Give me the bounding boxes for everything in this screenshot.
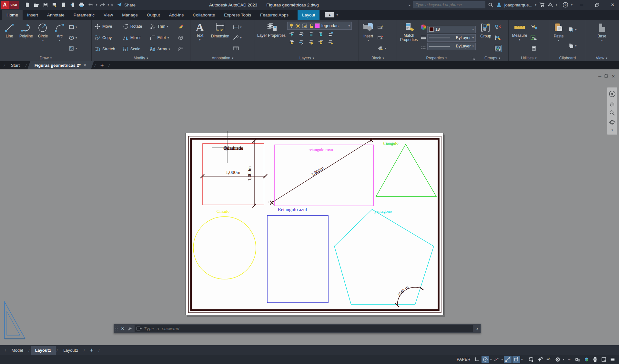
command-line-bar[interactable]: ✕ ▲ bbox=[114, 324, 481, 333]
tab-layout1[interactable]: Layout1 bbox=[31, 346, 56, 355]
magenta-rectangle-shape[interactable] bbox=[274, 145, 373, 206]
ungroup-tool[interactable] bbox=[495, 24, 502, 31]
linear-dimension-tool[interactable]: ▾ bbox=[233, 24, 242, 31]
array-dropdown[interactable]: ▾ bbox=[168, 48, 170, 50]
layer-freeze-icon[interactable] bbox=[308, 31, 314, 37]
array-tool[interactable]: Array▾ bbox=[148, 43, 175, 55]
tab-add-ins[interactable]: Add-ins bbox=[164, 10, 188, 20]
circle-shape[interactable] bbox=[193, 217, 256, 279]
layer-on-icon[interactable] bbox=[289, 39, 295, 45]
tab-collaborate[interactable]: Collaborate bbox=[188, 10, 219, 20]
autocad-logo[interactable]: A CAD bbox=[1, 1, 19, 9]
trim-dropdown[interactable]: ▾ bbox=[167, 25, 168, 28]
file-tab-start[interactable]: Start bbox=[6, 61, 25, 69]
pentagon-angle-dim-label[interactable]: 108° m bbox=[396, 285, 410, 297]
customize-qat-dropdown[interactable]: ≂ bbox=[110, 4, 113, 6]
panel-properties-footer[interactable]: Properties▾ bbox=[397, 55, 476, 61]
viewport-restore-icon[interactable] bbox=[604, 74, 608, 79]
search-icon[interactable] bbox=[488, 2, 493, 8]
line-tool[interactable]: Line bbox=[1, 21, 17, 55]
panel-groups-footer[interactable]: Groups▾ bbox=[476, 55, 508, 61]
save-to-web-button[interactable] bbox=[69, 1, 76, 9]
viewport-minimize-icon[interactable]: ─ bbox=[598, 74, 601, 79]
square-label[interactable]: Quadrado bbox=[223, 146, 243, 151]
search-box[interactable] bbox=[413, 1, 485, 8]
panel-block-footer[interactable]: Block▾ bbox=[359, 55, 397, 61]
define-attributes-tool[interactable]: ▾ bbox=[377, 45, 386, 52]
selection-cycling-toggle[interactable] bbox=[528, 356, 535, 363]
paste-tool[interactable]: Paste ▾ bbox=[551, 21, 567, 55]
paste-dropdown[interactable]: ▾ bbox=[558, 39, 560, 42]
drawing-area[interactable]: ─ ✕ ▾ Quadrado 1,000m bbox=[0, 69, 619, 345]
pentagon-label[interactable]: pentagono bbox=[374, 209, 392, 214]
layer-isolate-icon[interactable] bbox=[298, 31, 305, 37]
layer-properties-tool[interactable]: Layer Properties bbox=[256, 21, 287, 55]
define-attributes-dropdown[interactable]: ▾ bbox=[385, 47, 386, 50]
object-snap-toggle[interactable] bbox=[512, 356, 520, 363]
save-button[interactable] bbox=[42, 1, 49, 9]
layer-unlock-row-icon[interactable] bbox=[318, 39, 324, 45]
layer-match-icon[interactable] bbox=[298, 39, 305, 45]
open-from-web-button[interactable] bbox=[60, 1, 67, 9]
polar-tracking-toggle[interactable] bbox=[482, 356, 489, 363]
ellipse-dropdown[interactable]: ▾ bbox=[76, 36, 77, 39]
copy-clip-dropdown[interactable]: ▾ bbox=[575, 45, 577, 47]
zoom-icon[interactable] bbox=[609, 110, 615, 116]
rotate-tool[interactable]: Rotate bbox=[121, 21, 147, 32]
customization-menu-button[interactable] bbox=[609, 356, 616, 363]
tab-output[interactable]: Output bbox=[142, 10, 165, 20]
insert-block-dropdown[interactable]: ▾ bbox=[368, 39, 369, 42]
tab-layout[interactable]: Layout bbox=[298, 10, 320, 20]
navbar-dropdown-icon[interactable]: ▾ bbox=[612, 128, 613, 132]
paper-space-toggle[interactable]: PAPER bbox=[455, 356, 472, 363]
table-tool[interactable] bbox=[233, 45, 242, 52]
hatch-dropdown[interactable]: ▾ bbox=[76, 47, 77, 50]
quick-select-tool[interactable] bbox=[530, 24, 537, 31]
undo-button[interactable] bbox=[87, 1, 95, 9]
properties-dialog-launcher[interactable] bbox=[472, 57, 475, 60]
leader-tool[interactable]: ▾ bbox=[233, 34, 242, 41]
panel-annotation-footer[interactable]: Annotation▾ bbox=[190, 55, 255, 61]
search-collapse-arrow[interactable]: ▸ bbox=[409, 3, 411, 7]
command-line-grip[interactable] bbox=[114, 324, 119, 333]
group-selection-toggle[interactable] bbox=[495, 45, 502, 52]
edit-block-tool[interactable] bbox=[377, 34, 386, 41]
tab-featured-apps[interactable]: Featured Apps bbox=[256, 10, 293, 20]
ucs-status-button[interactable] bbox=[473, 356, 481, 363]
arc-dropdown[interactable]: ▾ bbox=[59, 39, 61, 42]
quick-calculator-tool[interactable] bbox=[530, 45, 537, 52]
diagonal-dim-label[interactable]: 1,809m bbox=[310, 166, 325, 177]
orbit-icon[interactable] bbox=[609, 119, 615, 126]
cart-icon[interactable] bbox=[539, 2, 545, 8]
layer-walk-icon[interactable] bbox=[327, 39, 334, 45]
linear-dimension-dropdown[interactable]: ▾ bbox=[240, 26, 242, 28]
rectangle-tool[interactable]: ▾ bbox=[69, 24, 77, 31]
tab-home[interactable]: Home bbox=[2, 10, 23, 20]
blue-rectangle-label[interactable]: Retangulo azul bbox=[278, 207, 307, 212]
fillet-dropdown[interactable]: ▾ bbox=[167, 36, 169, 39]
viewport-close-icon[interactable]: ✕ bbox=[612, 74, 615, 79]
cop2-tool[interactable]: ▾ bbox=[568, 42, 577, 49]
cut-dropdown[interactable]: ▾ bbox=[575, 28, 577, 31]
paper-sheet[interactable]: Quadrado 1,000m 1,000m retangulo roxo bbox=[186, 133, 443, 315]
open-file-button[interactable] bbox=[33, 1, 40, 9]
scale-tool[interactable]: Scale bbox=[121, 43, 147, 55]
tab-model[interactable]: Model bbox=[7, 346, 27, 355]
user-dropdown[interactable]: ▾ bbox=[535, 4, 536, 6]
match-properties-tool[interactable]: Match Properties bbox=[398, 21, 420, 55]
layer-dropdown[interactable]: legendas ▾ bbox=[287, 22, 352, 30]
rectangle-dropdown[interactable]: ▾ bbox=[76, 26, 77, 28]
file-tab-document[interactable]: Figuras geométricas 2* ✕ bbox=[27, 61, 94, 69]
ellipse-tool[interactable]: ▾ bbox=[69, 34, 77, 41]
trim-tool[interactable]: Trim▾ bbox=[148, 21, 175, 32]
autodesk-dropdown[interactable]: ▾ bbox=[556, 4, 557, 6]
annotation-visibility-toggle[interactable] bbox=[536, 356, 544, 363]
workspace-switching-button[interactable] bbox=[583, 356, 590, 363]
user-name[interactable]: joaopmarque... bbox=[504, 3, 533, 7]
object-color-dropdown[interactable]: 18▾ bbox=[427, 26, 476, 33]
tab-layout2[interactable]: Layout2 bbox=[59, 346, 83, 355]
polar-tracking-dropdown[interactable]: ▾ bbox=[490, 358, 492, 361]
group-tool[interactable]: Group bbox=[478, 21, 494, 55]
autodesk-icon[interactable] bbox=[547, 2, 553, 8]
new-layout-button[interactable]: ＋ bbox=[86, 347, 97, 354]
